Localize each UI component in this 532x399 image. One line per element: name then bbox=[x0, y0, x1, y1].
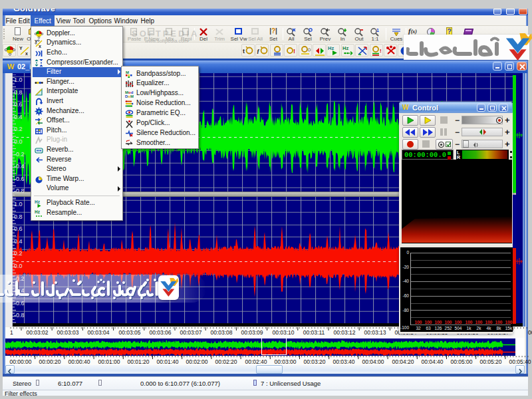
svg-text:Hz: Hz bbox=[35, 200, 41, 204]
svg-text:DoM: DoM bbox=[125, 94, 134, 98]
svg-text:M: M bbox=[126, 70, 129, 74]
svg-text:Hz: Hz bbox=[35, 209, 41, 214]
